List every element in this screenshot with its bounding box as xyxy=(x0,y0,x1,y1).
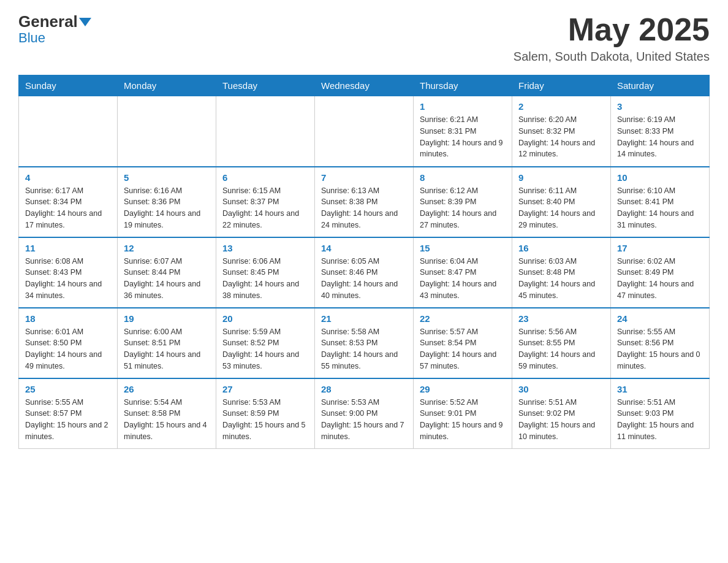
day-info: Sunrise: 6:00 AMSunset: 8:51 PMDaylight:… xyxy=(124,326,210,372)
header-monday: Monday xyxy=(118,75,216,96)
day-cell-2 xyxy=(118,96,216,167)
day-number: 24 xyxy=(617,313,703,324)
day-number: 10 xyxy=(617,172,703,183)
day-cell-32: 28Sunrise: 5:53 AMSunset: 9:00 PMDayligh… xyxy=(315,378,414,449)
day-info: Sunrise: 6:10 AMSunset: 8:41 PMDaylight:… xyxy=(617,185,703,231)
day-number: 20 xyxy=(222,313,308,324)
week-row-4: 18Sunrise: 6:01 AMSunset: 8:50 PMDayligh… xyxy=(19,308,710,378)
day-cell-10: 6Sunrise: 6:15 AMSunset: 8:37 PMDaylight… xyxy=(216,167,315,237)
day-cell-26: 22Sunrise: 5:57 AMSunset: 8:54 PMDayligh… xyxy=(414,308,512,378)
location: Salem, South Dakota, United States xyxy=(514,50,710,64)
logo-arrow-icon xyxy=(79,18,91,26)
day-cell-6: 2Sunrise: 6:20 AMSunset: 8:32 PMDaylight… xyxy=(512,96,611,167)
day-number: 27 xyxy=(222,384,308,394)
day-number: 23 xyxy=(518,313,604,324)
day-info: Sunrise: 5:53 AMSunset: 9:00 PMDaylight:… xyxy=(321,397,407,443)
day-info: Sunrise: 5:57 AMSunset: 8:54 PMDaylight:… xyxy=(420,326,506,372)
day-cell-9: 5Sunrise: 6:16 AMSunset: 8:36 PMDaylight… xyxy=(118,167,216,237)
day-number: 4 xyxy=(25,172,111,183)
header-tuesday: Tuesday xyxy=(216,75,315,96)
day-number: 12 xyxy=(124,243,210,253)
day-number: 21 xyxy=(321,313,407,324)
day-number: 16 xyxy=(518,243,604,253)
day-number: 29 xyxy=(420,384,506,394)
logo-general-text: General xyxy=(18,12,78,31)
day-cell-34: 30Sunrise: 5:51 AMSunset: 9:02 PMDayligh… xyxy=(512,378,611,449)
day-cell-30: 26Sunrise: 5:54 AMSunset: 8:58 PMDayligh… xyxy=(118,378,216,449)
title-block: May 2025 Salem, South Dakota, United Sta… xyxy=(514,12,710,64)
page-header: General Blue May 2025 Salem, South Dakot… xyxy=(18,12,710,64)
weekday-header-row: Sunday Monday Tuesday Wednesday Thursday… xyxy=(19,75,710,96)
day-info: Sunrise: 6:15 AMSunset: 8:37 PMDaylight:… xyxy=(222,185,308,231)
day-info: Sunrise: 6:20 AMSunset: 8:32 PMDaylight:… xyxy=(518,114,604,160)
day-cell-3 xyxy=(216,96,315,167)
day-info: Sunrise: 5:51 AMSunset: 9:03 PMDaylight:… xyxy=(617,397,703,443)
day-cell-14: 10Sunrise: 6:10 AMSunset: 8:41 PMDayligh… xyxy=(611,167,710,237)
day-info: Sunrise: 6:08 AMSunset: 8:43 PMDaylight:… xyxy=(25,256,111,302)
day-number: 19 xyxy=(124,313,210,324)
day-number: 22 xyxy=(420,313,506,324)
day-info: Sunrise: 6:06 AMSunset: 8:45 PMDaylight:… xyxy=(222,256,308,302)
logo: General Blue xyxy=(18,12,93,46)
day-info: Sunrise: 6:17 AMSunset: 8:34 PMDaylight:… xyxy=(25,185,111,231)
day-info: Sunrise: 5:54 AMSunset: 8:58 PMDaylight:… xyxy=(124,397,210,443)
day-cell-7: 3Sunrise: 6:19 AMSunset: 8:33 PMDaylight… xyxy=(611,96,710,167)
day-cell-21: 17Sunrise: 6:02 AMSunset: 8:49 PMDayligh… xyxy=(611,237,710,308)
day-info: Sunrise: 6:01 AMSunset: 8:50 PMDaylight:… xyxy=(25,326,111,372)
day-cell-27: 23Sunrise: 5:56 AMSunset: 8:55 PMDayligh… xyxy=(512,308,611,378)
day-number: 2 xyxy=(518,101,604,112)
day-cell-31: 27Sunrise: 5:53 AMSunset: 8:59 PMDayligh… xyxy=(216,378,315,449)
month-title: May 2025 xyxy=(514,12,710,47)
header-wednesday: Wednesday xyxy=(315,75,414,96)
day-cell-5: 1Sunrise: 6:21 AMSunset: 8:31 PMDaylight… xyxy=(414,96,512,167)
day-number: 9 xyxy=(518,172,604,183)
logo-blue-text: Blue xyxy=(18,30,45,46)
week-row-1: 1Sunrise: 6:21 AMSunset: 8:31 PMDaylight… xyxy=(19,96,710,167)
day-cell-12: 8Sunrise: 6:12 AMSunset: 8:39 PMDaylight… xyxy=(414,167,512,237)
day-cell-13: 9Sunrise: 6:11 AMSunset: 8:40 PMDaylight… xyxy=(512,167,611,237)
day-info: Sunrise: 6:11 AMSunset: 8:40 PMDaylight:… xyxy=(518,185,604,231)
day-info: Sunrise: 5:58 AMSunset: 8:53 PMDaylight:… xyxy=(321,326,407,372)
day-cell-35: 31Sunrise: 5:51 AMSunset: 9:03 PMDayligh… xyxy=(611,378,710,449)
header-thursday: Thursday xyxy=(414,75,512,96)
day-info: Sunrise: 6:13 AMSunset: 8:38 PMDaylight:… xyxy=(321,185,407,231)
day-cell-24: 20Sunrise: 5:59 AMSunset: 8:52 PMDayligh… xyxy=(216,308,315,378)
day-number: 3 xyxy=(617,101,703,112)
day-cell-23: 19Sunrise: 6:00 AMSunset: 8:51 PMDayligh… xyxy=(118,308,216,378)
day-number: 15 xyxy=(420,243,506,253)
day-cell-16: 12Sunrise: 6:07 AMSunset: 8:44 PMDayligh… xyxy=(118,237,216,308)
calendar-table: Sunday Monday Tuesday Wednesday Thursday… xyxy=(18,75,710,449)
day-info: Sunrise: 6:05 AMSunset: 8:46 PMDaylight:… xyxy=(321,256,407,302)
day-info: Sunrise: 6:19 AMSunset: 8:33 PMDaylight:… xyxy=(617,114,703,160)
day-cell-33: 29Sunrise: 5:52 AMSunset: 9:01 PMDayligh… xyxy=(414,378,512,449)
day-cell-19: 15Sunrise: 6:04 AMSunset: 8:47 PMDayligh… xyxy=(414,237,512,308)
day-info: Sunrise: 5:56 AMSunset: 8:55 PMDaylight:… xyxy=(518,326,604,372)
day-number: 18 xyxy=(25,313,111,324)
day-number: 11 xyxy=(25,243,111,253)
day-info: Sunrise: 5:55 AMSunset: 8:57 PMDaylight:… xyxy=(25,397,111,443)
day-number: 31 xyxy=(617,384,703,394)
day-info: Sunrise: 6:03 AMSunset: 8:48 PMDaylight:… xyxy=(518,256,604,302)
day-number: 17 xyxy=(617,243,703,253)
day-cell-15: 11Sunrise: 6:08 AMSunset: 8:43 PMDayligh… xyxy=(19,237,118,308)
day-info: Sunrise: 5:59 AMSunset: 8:52 PMDaylight:… xyxy=(222,326,308,372)
day-info: Sunrise: 6:02 AMSunset: 8:49 PMDaylight:… xyxy=(617,256,703,302)
day-info: Sunrise: 6:16 AMSunset: 8:36 PMDaylight:… xyxy=(124,185,210,231)
day-cell-29: 25Sunrise: 5:55 AMSunset: 8:57 PMDayligh… xyxy=(19,378,118,449)
header-saturday: Saturday xyxy=(611,75,710,96)
day-cell-20: 16Sunrise: 6:03 AMSunset: 8:48 PMDayligh… xyxy=(512,237,611,308)
day-info: Sunrise: 5:55 AMSunset: 8:56 PMDaylight:… xyxy=(617,326,703,372)
day-cell-4 xyxy=(315,96,414,167)
day-info: Sunrise: 6:04 AMSunset: 8:47 PMDaylight:… xyxy=(420,256,506,302)
day-number: 5 xyxy=(124,172,210,183)
day-info: Sunrise: 6:21 AMSunset: 8:31 PMDaylight:… xyxy=(420,114,506,160)
day-number: 25 xyxy=(25,384,111,394)
day-cell-25: 21Sunrise: 5:58 AMSunset: 8:53 PMDayligh… xyxy=(315,308,414,378)
day-cell-8: 4Sunrise: 6:17 AMSunset: 8:34 PMDaylight… xyxy=(19,167,118,237)
day-cell-22: 18Sunrise: 6:01 AMSunset: 8:50 PMDayligh… xyxy=(19,308,118,378)
day-info: Sunrise: 6:12 AMSunset: 8:39 PMDaylight:… xyxy=(420,185,506,231)
header-sunday: Sunday xyxy=(19,75,118,96)
day-number: 26 xyxy=(124,384,210,394)
day-cell-28: 24Sunrise: 5:55 AMSunset: 8:56 PMDayligh… xyxy=(611,308,710,378)
day-number: 28 xyxy=(321,384,407,394)
